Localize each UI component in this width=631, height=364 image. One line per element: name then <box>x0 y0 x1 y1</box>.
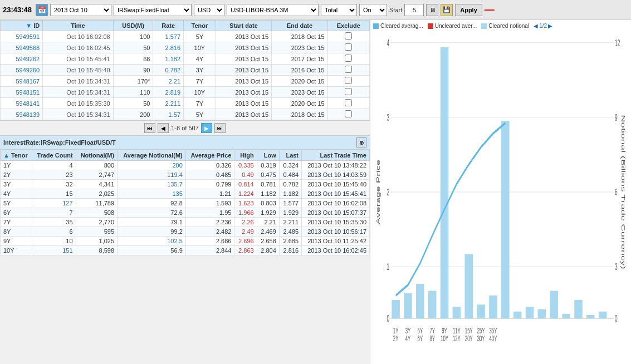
col-header-end[interactable]: End date <box>272 21 327 31</box>
summary-notional: 595 <box>76 227 118 237</box>
summary-trade-count[interactable]: 7 <box>32 208 76 218</box>
index-select[interactable]: USD-LIBOR-BBA 3M <box>227 4 319 16</box>
summary-avg-notional[interactable]: 102.5 <box>118 237 186 246</box>
summary-col-tenor[interactable]: ▲ Tenor <box>1 150 32 161</box>
trade-exclude[interactable] <box>327 53 369 65</box>
table-row: 5949568 Oct 10 16:02:45 50 2.816 10Y 201… <box>1 42 370 53</box>
trade-time: Oct 10 15:45:40 <box>43 65 113 76</box>
summary-trade-count[interactable]: 23 <box>32 170 76 180</box>
bar-1y <box>392 300 400 318</box>
summary-col-last[interactable]: Last <box>279 150 301 161</box>
trade-exclude[interactable] <box>327 87 369 98</box>
summary-trade-count[interactable]: 127 <box>32 199 76 208</box>
calendar-icon[interactable]: 📅 <box>36 4 48 16</box>
summary-trade-count[interactable]: 15 <box>32 189 76 199</box>
save-icon[interactable]: 💾 <box>441 4 453 16</box>
chart-page: 1/2 <box>539 23 547 29</box>
summary-trade-count[interactable]: 151 <box>32 246 76 255</box>
summary-col-avg-notional[interactable]: Average Notional(M) <box>118 150 186 161</box>
summary-avg-notional[interactable]: 72.6 <box>118 208 186 218</box>
legend-uncleared-avg-dot <box>428 23 433 29</box>
prev-page-button[interactable]: ◀ <box>158 123 169 133</box>
trade-exclude[interactable] <box>327 65 369 76</box>
trade-exclude[interactable] <box>327 42 369 53</box>
summary-col-high[interactable]: High <box>234 150 257 161</box>
trade-id[interactable]: 5949260 <box>1 65 43 76</box>
summary-avg-notional[interactable]: 135.7 <box>118 180 186 189</box>
bar-8y <box>477 304 485 318</box>
summary-avg-price: 1.95 <box>185 208 234 218</box>
col-header-rate[interactable]: Rate <box>153 21 184 31</box>
trade-exclude[interactable] <box>327 109 369 120</box>
trade-exclude[interactable] <box>327 98 369 109</box>
summary-tenor: 2Y <box>1 170 32 180</box>
col-header-id[interactable]: ▼ ID <box>1 21 43 31</box>
sort-asc-icon: ▲ <box>3 152 11 159</box>
summary-tenor: 9Y <box>1 237 32 246</box>
trade-id[interactable]: 5948167 <box>1 76 43 87</box>
summary-notional: 11,789 <box>76 199 118 208</box>
summary-table-container[interactable]: ▲ Tenor Trade Count Notional(M) Average … <box>0 150 370 364</box>
close-icon[interactable]: — <box>485 4 495 16</box>
trade-id[interactable]: 5949591 <box>1 31 43 42</box>
trade-exclude[interactable] <box>327 31 369 42</box>
summary-trade-count[interactable]: 35 <box>32 218 76 227</box>
summary-last: 0.324 <box>279 161 301 170</box>
monitor-icon[interactable]: 🖥 <box>426 4 438 16</box>
chart-page-nav[interactable]: ◀ 1/2 ▶ <box>534 23 552 29</box>
trade-id[interactable]: 5948139 <box>1 109 43 120</box>
collapse-button[interactable]: ⊕ <box>356 137 366 147</box>
summary-avg-notional[interactable]: 92.8 <box>118 199 186 208</box>
trade-id[interactable]: 5948141 <box>1 98 43 109</box>
summary-avg-notional[interactable]: 99.2 <box>118 227 186 237</box>
summary-avg-notional[interactable]: 79.1 <box>118 218 186 227</box>
summary-avg-notional[interactable]: 56.9 <box>118 246 186 255</box>
summary-col-notional[interactable]: Notional(M) <box>76 150 118 161</box>
trade-usd: 100 <box>113 31 153 42</box>
legend-cleared-notional-dot <box>481 23 487 29</box>
summary-avg-notional[interactable]: 119.4 <box>118 170 186 180</box>
last-page-button[interactable]: ⏭ <box>214 123 226 133</box>
summary-col-last-time[interactable]: Last Trade Time <box>302 150 370 161</box>
trade-id[interactable]: 5949262 <box>1 53 43 65</box>
trade-id[interactable]: 5949568 <box>1 42 43 53</box>
main-area: ▼ ID Time USD(M) Rate Tenor Start date E… <box>0 20 631 364</box>
col-header-time[interactable]: Time <box>43 21 113 31</box>
first-page-button[interactable]: ⏮ <box>144 123 155 133</box>
instrument-select[interactable]: IRSwap:FixedFloat <box>114 4 192 16</box>
start-input[interactable] <box>404 4 424 16</box>
summary-tenor: 5Y <box>1 199 32 208</box>
summary-trade-count[interactable]: 4 <box>32 161 76 170</box>
summary-col-low[interactable]: Low <box>257 150 279 161</box>
svg-text:2: 2 <box>387 187 390 198</box>
trade-end: 2023 Oct 15 <box>272 42 327 53</box>
prev-chart-icon[interactable]: ◀ <box>534 23 538 29</box>
summary-col-avg-price[interactable]: Average Price <box>185 150 234 161</box>
onoff-select[interactable]: On <box>359 4 387 16</box>
next-chart-icon[interactable]: ▶ <box>548 23 552 29</box>
col-header-tenor[interactable]: Tenor <box>184 21 216 31</box>
bar-30y <box>574 300 583 318</box>
date-select[interactable]: 2013 Oct 10 <box>50 4 111 16</box>
bar-35y <box>586 315 595 318</box>
apply-button[interactable]: Apply <box>455 4 482 16</box>
col-header-exclude[interactable]: Exclude <box>327 21 369 31</box>
col-header-start[interactable]: Start date <box>216 21 271 31</box>
summary-col-trade-count[interactable]: Trade Count <box>32 150 76 161</box>
currency-select[interactable]: USD <box>194 4 224 16</box>
next-page-button[interactable]: ▶ <box>201 123 212 133</box>
summary-label-text: InterestRate:IRSwap:FixedFloat/USD/T <box>3 139 116 146</box>
summary-avg-notional[interactable]: 200 <box>118 161 186 170</box>
trade-end: 2020 Oct 15 <box>272 98 327 109</box>
summary-avg-notional[interactable]: 135 <box>118 189 186 199</box>
col-header-usd[interactable]: USD(M) <box>113 21 153 31</box>
total-select[interactable]: Total <box>321 4 357 16</box>
summary-trade-count[interactable]: 6 <box>32 227 76 237</box>
summary-trade-count[interactable]: 10 <box>32 237 76 246</box>
trade-tenor: 7Y <box>184 76 216 87</box>
summary-notional: 2,025 <box>76 189 118 199</box>
summary-trade-count[interactable]: 32 <box>32 180 76 189</box>
trade-id[interactable]: 5948151 <box>1 87 43 98</box>
trade-rate: 1.182 <box>153 53 184 65</box>
trade-exclude[interactable] <box>327 76 369 87</box>
